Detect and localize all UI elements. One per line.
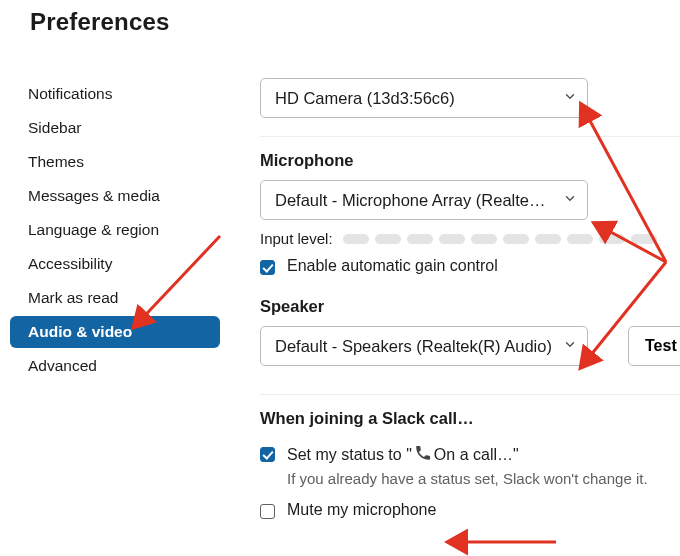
sidebar-item-accessibility[interactable]: Accessibility [10,248,220,280]
sidebar-item-advanced[interactable]: Advanced [10,350,220,382]
divider [260,394,680,395]
input-level-label: Input level: [260,230,333,247]
set-status-checkbox[interactable] [260,447,275,462]
set-status-hint: If you already have a status set, Slack … [287,470,680,487]
test-speaker-button[interactable]: Test [628,326,680,366]
sidebar-item-messages-media[interactable]: Messages & media [10,180,220,212]
input-level-meter [343,234,657,244]
speaker-select-value: Default - Speakers (Realtek(R) Audio) [275,337,553,356]
sidebar-item-audio-video[interactable]: Audio & video [10,316,220,348]
microphone-select[interactable]: Default - Microphone Array (Realtek… [260,180,588,220]
agc-label: Enable automatic gain control [287,257,498,275]
sidebar-item-language-region[interactable]: Language & region [10,214,220,246]
sidebar-item-sidebar[interactable]: Sidebar [10,112,220,144]
preferences-sidebar: Notifications Sidebar Themes Messages & … [0,64,230,519]
divider [260,136,680,137]
sidebar-item-themes[interactable]: Themes [10,146,220,178]
chevron-down-icon [563,89,577,108]
mute-mic-label: Mute my microphone [287,501,436,519]
main-panel: HD Camera (13d3:56c6) Microphone Default… [230,64,680,519]
mute-mic-checkbox[interactable] [260,504,275,519]
microphone-heading: Microphone [260,151,680,170]
set-status-label: Set my status to " On a call…" [287,444,519,466]
camera-select[interactable]: HD Camera (13d3:56c6) [260,78,588,118]
sidebar-item-notifications[interactable]: Notifications [10,78,220,110]
chevron-down-icon [563,337,577,356]
agc-checkbox[interactable] [260,260,275,275]
microphone-select-value: Default - Microphone Array (Realtek… [275,191,553,210]
speaker-select[interactable]: Default - Speakers (Realtek(R) Audio) [260,326,588,366]
chevron-down-icon [563,191,577,210]
join-call-heading: When joining a Slack call… [260,409,680,428]
sidebar-item-mark-as-read[interactable]: Mark as read [10,282,220,314]
camera-select-value: HD Camera (13d3:56c6) [275,89,553,108]
speaker-heading: Speaker [260,297,680,316]
phone-icon [414,444,432,466]
page-title: Preferences [0,0,680,36]
